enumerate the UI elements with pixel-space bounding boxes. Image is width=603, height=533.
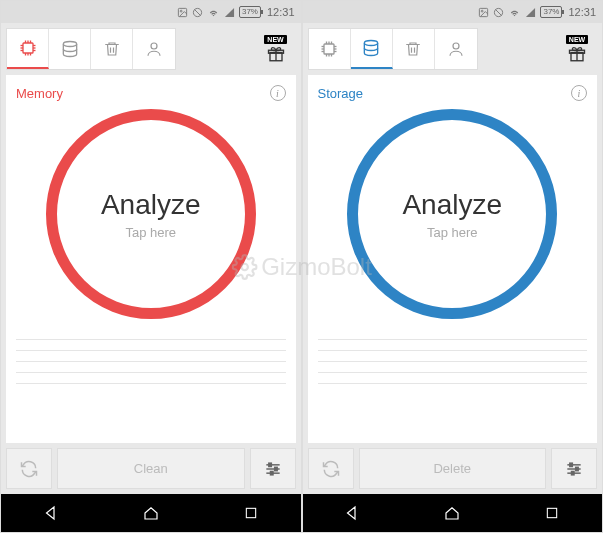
svg-rect-28 [246, 508, 255, 517]
svg-rect-55 [576, 467, 579, 470]
line [16, 350, 286, 351]
tab-strip [6, 28, 176, 70]
signal-icon [224, 7, 235, 18]
signal-icon [525, 7, 536, 18]
main-card: Memory i Analyze Tap here [6, 75, 296, 443]
line [318, 339, 588, 340]
analyze-sub: Tap here [427, 225, 478, 240]
home-icon [443, 504, 461, 522]
phone-left: 37% 12:31 NEW [0, 0, 302, 533]
person-icon [145, 40, 163, 58]
info-icon[interactable]: i [270, 85, 286, 101]
svg-rect-26 [274, 467, 277, 470]
gift-icon [567, 45, 587, 63]
delete-button[interactable]: Delete [359, 448, 547, 489]
tab-strip [308, 28, 478, 70]
sliders-icon [263, 459, 283, 479]
section-header: Storage i [308, 81, 598, 103]
section-title: Storage [318, 86, 364, 101]
line [16, 339, 286, 340]
analyze-button[interactable]: Analyze Tap here [46, 109, 256, 319]
line [318, 383, 588, 384]
trash-icon [103, 40, 121, 58]
nav-home[interactable] [432, 504, 472, 522]
nav-bar [1, 494, 301, 532]
tab-storage[interactable] [49, 29, 91, 69]
disks-icon [60, 39, 80, 59]
svg-point-1 [180, 10, 182, 12]
home-icon [142, 504, 160, 522]
clean-button[interactable]: Clean [57, 448, 245, 489]
tab-memory[interactable] [7, 29, 49, 69]
gift-button[interactable]: NEW [256, 35, 296, 63]
nav-recents[interactable] [231, 505, 271, 521]
nav-back[interactable] [332, 504, 372, 522]
bottom-bar: Clean [6, 448, 296, 494]
app-body: NEW Storage i Analyze Tap here [303, 23, 603, 494]
line [16, 383, 286, 384]
nosign-icon [493, 7, 504, 18]
line [318, 350, 588, 351]
section-title: Memory [16, 86, 63, 101]
tab-storage[interactable] [351, 29, 393, 69]
main-card: Storage i Analyze Tap here [308, 75, 598, 443]
result-lines [6, 323, 296, 384]
wifi-icon [207, 7, 220, 18]
info-icon[interactable]: i [571, 85, 587, 101]
top-bar: NEW [6, 28, 296, 70]
status-bar: 37% 12:31 [1, 1, 301, 23]
gallery-icon [177, 7, 188, 18]
tab-memory[interactable] [309, 29, 351, 69]
back-icon [343, 504, 361, 522]
app-body: NEW Memory i Analyze Tap here [1, 23, 301, 494]
analyze-button[interactable]: Analyze Tap here [347, 109, 557, 319]
top-bar: NEW [308, 28, 598, 70]
refresh-button[interactable] [308, 448, 354, 489]
refresh-button[interactable] [6, 448, 52, 489]
settings-button[interactable] [551, 448, 597, 489]
svg-point-30 [482, 10, 484, 12]
svg-rect-56 [572, 471, 575, 474]
settings-button[interactable] [250, 448, 296, 489]
clock: 12:31 [267, 6, 295, 18]
tab-profile[interactable] [435, 29, 477, 69]
square-icon [243, 505, 259, 521]
analyze-label: Analyze [402, 189, 502, 221]
tab-trash[interactable] [91, 29, 133, 69]
new-badge: NEW [566, 35, 588, 44]
nav-recents[interactable] [532, 505, 572, 521]
svg-rect-25 [268, 463, 271, 466]
nav-back[interactable] [31, 504, 71, 522]
svg-rect-27 [270, 471, 273, 474]
analyze-label: Analyze [101, 189, 201, 221]
svg-rect-33 [324, 44, 334, 54]
square-icon [544, 505, 560, 521]
disks-icon [361, 38, 381, 58]
line [318, 361, 588, 362]
svg-point-17 [63, 42, 76, 47]
tab-profile[interactable] [133, 29, 175, 69]
bottom-bar: Delete [308, 448, 598, 494]
svg-rect-54 [570, 463, 573, 466]
refresh-icon [19, 459, 39, 479]
trash-icon [404, 40, 422, 58]
wifi-icon [508, 7, 521, 18]
nosign-icon [192, 7, 203, 18]
gift-button[interactable]: NEW [557, 35, 597, 63]
battery-indicator: 37% [540, 6, 562, 18]
chip-icon [319, 39, 339, 59]
nav-bar [303, 494, 603, 532]
gift-icon [266, 45, 286, 63]
gallery-icon [478, 7, 489, 18]
phone-right: 37% 12:31 NEW [302, 0, 604, 533]
back-icon [42, 504, 60, 522]
new-badge: NEW [264, 35, 286, 44]
svg-point-18 [151, 43, 157, 49]
nav-home[interactable] [131, 504, 171, 522]
svg-point-47 [453, 43, 459, 49]
tab-trash[interactable] [393, 29, 435, 69]
person-icon [447, 40, 465, 58]
status-bar: 37% 12:31 [303, 1, 603, 23]
line [16, 372, 286, 373]
analyze-area: Analyze Tap here [308, 103, 598, 323]
